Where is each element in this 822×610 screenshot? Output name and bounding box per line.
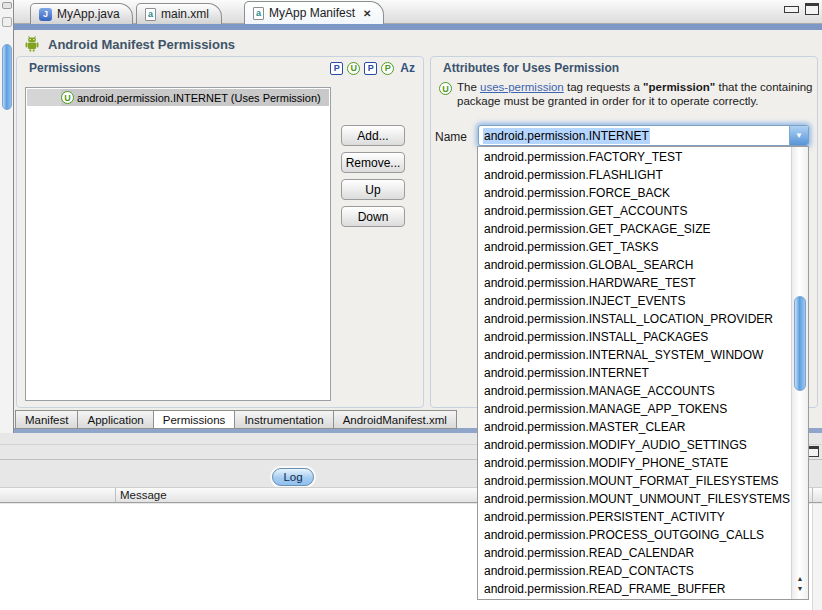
dropdown-item[interactable]: android.permission.INSTALL_LOCATION_PROV… xyxy=(478,310,791,328)
android-robot-icon xyxy=(24,36,40,52)
permission-name-combo[interactable]: android.permission.INTERNET ▼ xyxy=(478,125,809,146)
tab-label: MyApp.java xyxy=(57,7,120,21)
editor-header: Android Manifest Permissions xyxy=(24,36,235,52)
name-field-label: Name xyxy=(435,130,467,144)
dropdown-item[interactable]: android.permission.READ_FRAME_BUFFER xyxy=(478,580,791,598)
chevron-down-icon[interactable]: ▼ xyxy=(789,126,808,145)
permission-icon[interactable]: P xyxy=(364,62,377,75)
dropdown-items: android.permission.FACTORY_TEST android.… xyxy=(478,148,791,598)
remove-button[interactable]: Remove... xyxy=(341,152,405,173)
panel-fragment-button xyxy=(2,17,12,27)
scrollbar-thumb[interactable] xyxy=(794,296,806,391)
table-scrollbar-track[interactable] xyxy=(812,504,822,610)
description-text: The xyxy=(457,81,480,93)
dropdown-item[interactable]: android.permission.INTERNAL_SYSTEM_WINDO… xyxy=(478,346,791,364)
minimize-icon[interactable] xyxy=(784,6,799,13)
up-button[interactable]: Up xyxy=(341,179,405,200)
add-button[interactable]: Add... xyxy=(341,125,405,146)
eclipse-window: J MyApp.java a main.xml a MyApp Manifest… xyxy=(0,0,822,610)
dropdown-scrollbar[interactable]: ▲ ▼ xyxy=(791,147,808,599)
dropdown-item[interactable]: android.permission.READ_CONTACTS xyxy=(478,562,791,580)
dropdown-item[interactable]: android.permission.GET_PACKAGE_SIZE xyxy=(478,220,791,238)
sort-alphabetically-icon[interactable]: Az xyxy=(400,61,415,75)
tab-label: main.xml xyxy=(161,7,209,21)
permission-dropdown-list: android.permission.FACTORY_TEST android.… xyxy=(477,146,809,600)
editor-tab-bar: J MyApp.java a main.xml a MyApp Manifest… xyxy=(14,0,822,24)
left-panel-fragment xyxy=(0,0,14,433)
bottom-tab[interactable]: AndroidManifest.xml xyxy=(333,410,457,429)
scroll-down-icon[interactable]: ▼ xyxy=(797,585,804,593)
dropdown-item[interactable]: android.permission.MODIFY_AUDIO_SETTINGS xyxy=(478,436,791,454)
tree-indent xyxy=(27,89,61,106)
dropdown-item[interactable]: android.permission.FACTORY_TEST xyxy=(478,148,791,166)
dropdown-item[interactable]: android.permission.HARDWARE_TEST xyxy=(478,274,791,292)
message-column-header[interactable]: Message xyxy=(120,489,167,501)
dropdown-item[interactable]: android.permission.GET_ACCOUNTS xyxy=(478,202,791,220)
attributes-section-title: Attributes for Uses Permission xyxy=(443,61,619,75)
panel-fragment-icon xyxy=(2,2,12,9)
dropdown-item[interactable]: android.permission.READ_CALENDAR xyxy=(478,544,791,562)
dropdown-item[interactable]: android.permission.PROCESS_OUTGOING_CALL… xyxy=(478,526,791,544)
dropdown-item[interactable]: android.permission.INSTALL_PACKAGES xyxy=(478,328,791,346)
tab-main-xml[interactable]: a main.xml xyxy=(136,3,222,24)
java-file-icon: J xyxy=(39,8,52,21)
scroll-up-icon[interactable]: ▲ xyxy=(797,575,804,583)
dropdown-item[interactable]: android.permission.MOUNT_UNMOUNT_FILESYS… xyxy=(478,490,791,508)
permissions-list-row-selected[interactable]: U android.permission.INTERNET (Uses Perm… xyxy=(27,89,329,106)
dropdown-item[interactable]: android.permission.MASTER_CLEAR xyxy=(478,418,791,436)
dropdown-item[interactable]: android.permission.INJECT_EVENTS xyxy=(478,292,791,310)
dropdown-item[interactable]: android.permission.MANAGE_APP_TOKENS xyxy=(478,400,791,418)
down-button[interactable]: Down xyxy=(341,206,405,227)
attributes-description: The uses-permission tag requests a "perm… xyxy=(457,80,813,108)
add-uses-permission-icon[interactable]: U xyxy=(347,62,360,75)
bottom-tab[interactable]: Manifest xyxy=(15,410,78,429)
uses-permission-icon: U xyxy=(61,91,74,104)
left-scrollbar-thumb[interactable] xyxy=(2,44,12,110)
xml-file-icon: a xyxy=(145,8,156,21)
dropdown-item[interactable]: android.permission.GLOBAL_SEARCH xyxy=(478,256,791,274)
combo-selected-value: android.permission.INTERNET xyxy=(483,128,650,144)
dropdown-item[interactable]: android.permission.MODIFY_PHONE_STATE xyxy=(478,454,791,472)
column-divider xyxy=(812,488,813,502)
dropdown-item[interactable]: android.permission.FORCE_BACK xyxy=(478,184,791,202)
permissions-section: Permissions P U P P Az U android.permiss… xyxy=(16,56,424,408)
maximize-icon[interactable] xyxy=(805,3,819,15)
bottom-tab[interactable]: Instrumentation xyxy=(234,410,333,429)
dropdown-item[interactable]: android.permission.FLASHLIGHT xyxy=(478,166,791,184)
permission-tree-icon[interactable]: P xyxy=(381,62,394,75)
add-permission-icon[interactable]: P xyxy=(330,62,343,75)
editor-page-tabs: Manifest Application Permissions Instrum… xyxy=(16,410,457,429)
column-divider[interactable] xyxy=(115,488,116,502)
page-title: Android Manifest Permissions xyxy=(48,37,235,52)
permissions-list-row-label: android.permission.INTERNET (Uses Permis… xyxy=(77,92,321,104)
permissions-section-title: Permissions xyxy=(29,61,100,75)
tab-myapp-manifest[interactable]: a MyApp Manifest ✕ xyxy=(244,1,384,24)
permissions-list[interactable]: U android.permission.INTERNET (Uses Perm… xyxy=(25,87,331,401)
dropdown-item[interactable]: android.permission.GET_TASKS xyxy=(478,238,791,256)
uses-permission-icon: U xyxy=(439,82,452,95)
dropdown-item[interactable]: android.permission.MOUNT_FORMAT_FILESYST… xyxy=(478,472,791,490)
dropdown-item[interactable]: android.permission.MANAGE_ACCOUNTS xyxy=(478,382,791,400)
dropdown-item[interactable]: android.permission.PERSISTENT_ACTIVITY xyxy=(478,508,791,526)
permissions-toolbar: P U P P Az xyxy=(330,61,415,75)
tab-label: MyApp Manifest xyxy=(269,6,355,20)
tab-myapp-java[interactable]: J MyApp.java xyxy=(30,3,133,24)
bottom-tab[interactable]: Application xyxy=(77,410,153,429)
uses-permission-link[interactable]: uses-permission xyxy=(480,81,564,93)
scrollbar-arrows: ▲ ▼ xyxy=(792,575,808,593)
close-icon[interactable]: ✕ xyxy=(363,8,371,19)
description-bold-text: "permission" xyxy=(643,81,715,93)
xml-file-icon: a xyxy=(253,7,264,20)
dropdown-item[interactable]: android.permission.INTERNET xyxy=(478,364,791,382)
log-button[interactable]: Log xyxy=(272,468,314,486)
description-text: tag requests a xyxy=(564,81,643,93)
bottom-tab[interactable]: Permissions xyxy=(153,410,236,429)
